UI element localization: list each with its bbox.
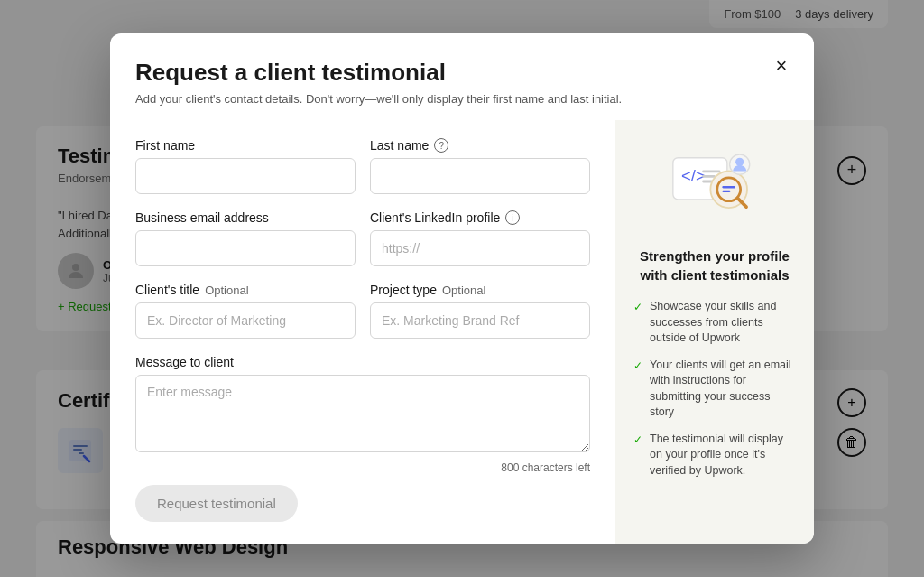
email-label: Business email address bbox=[135, 210, 356, 225]
message-group: Message to client 800 characters left bbox=[135, 355, 590, 474]
email-group: Business email address bbox=[135, 210, 356, 266]
check-icon-3: ✓ bbox=[633, 433, 642, 479]
linkedin-label: Client's LinkedIn profile i bbox=[370, 210, 590, 225]
check-icon-1: ✓ bbox=[633, 300, 642, 347]
side-point-3: ✓ The testimonial will display on your p… bbox=[633, 432, 796, 479]
client-title-group: Client's title Optional bbox=[135, 283, 356, 339]
svg-rect-14 bbox=[722, 186, 735, 188]
modal-subtitle: Add your client's contact details. Don't… bbox=[135, 92, 789, 106]
project-type-label: Project type Optional bbox=[370, 283, 590, 297]
modal-overlay[interactable]: Request a client testimonial Add your cl… bbox=[0, 0, 924, 577]
project-type-group: Project type Optional bbox=[370, 283, 590, 339]
linkedin-group: Client's LinkedIn profile i bbox=[370, 210, 590, 266]
testimonial-modal: Request a client testimonial Add your cl… bbox=[110, 33, 814, 544]
name-row: First name Last name ? bbox=[135, 138, 590, 194]
last-name-input[interactable] bbox=[370, 158, 590, 194]
svg-rect-15 bbox=[722, 191, 730, 192]
message-label: Message to client bbox=[135, 355, 590, 369]
char-count: 800 characters left bbox=[135, 461, 590, 474]
svg-rect-8 bbox=[702, 171, 720, 173]
last-name-group: Last name ? bbox=[370, 138, 590, 194]
modal-header: Request a client testimonial Add your cl… bbox=[110, 33, 814, 120]
modal-title: Request a client testimonial bbox=[135, 59, 789, 87]
svg-text:</>: </> bbox=[681, 166, 706, 185]
svg-point-17 bbox=[735, 158, 744, 166]
modal-side-panel: </> bbox=[615, 120, 814, 544]
first-name-group: First name bbox=[135, 138, 356, 194]
message-textarea[interactable] bbox=[135, 375, 590, 452]
first-name-label: First name bbox=[135, 138, 356, 153]
modal-body: First name Last name ? Business emai bbox=[110, 120, 814, 544]
last-name-label: Last name ? bbox=[370, 138, 590, 153]
side-illustration: </> bbox=[661, 142, 769, 232]
title-project-row: Client's title Optional Project type Opt… bbox=[135, 283, 590, 339]
linkedin-input[interactable] bbox=[370, 230, 590, 266]
linkedin-info-icon[interactable]: i bbox=[505, 210, 520, 225]
check-icon-2: ✓ bbox=[633, 358, 642, 421]
modal-close-button[interactable]: × bbox=[767, 51, 796, 80]
project-type-input[interactable] bbox=[370, 302, 590, 339]
last-name-info-icon[interactable]: ? bbox=[434, 138, 448, 153]
email-input[interactable] bbox=[135, 230, 356, 266]
email-linkedin-row: Business email address Client's LinkedIn… bbox=[135, 210, 590, 266]
side-point-2: ✓ Your clients will get an email with in… bbox=[633, 358, 796, 421]
side-title: Strengthen your profile with client test… bbox=[633, 247, 796, 284]
submit-button[interactable]: Request testimonial bbox=[135, 485, 298, 522]
svg-rect-9 bbox=[702, 175, 716, 178]
client-title-label: Client's title Optional bbox=[135, 283, 356, 297]
side-points: ✓ Showcase your skills and successes fro… bbox=[633, 299, 796, 479]
modal-form: First name Last name ? Business emai bbox=[110, 120, 615, 544]
side-point-1: ✓ Showcase your skills and successes fro… bbox=[633, 299, 796, 347]
client-title-input[interactable] bbox=[135, 302, 356, 339]
first-name-input[interactable] bbox=[135, 158, 356, 194]
